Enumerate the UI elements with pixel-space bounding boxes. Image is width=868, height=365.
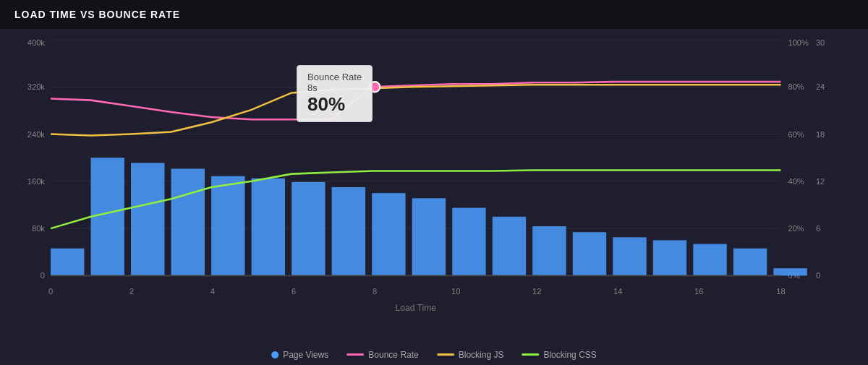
svg-text:24: 24 [816,82,825,91]
svg-text:0: 0 [816,271,820,280]
svg-rect-53 [773,268,807,275]
svg-text:20%: 20% [788,224,804,233]
legend-blocking-css-label: Blocking CSS [543,350,596,360]
main-svg: 0 80k 160k 240k 320k 400k 0% 20% 40% 60%… [51,40,825,320]
svg-rect-45 [452,208,485,276]
svg-text:Load Time: Load Time [395,303,436,313]
svg-text:12: 12 [816,177,825,186]
svg-rect-39 [211,176,244,276]
svg-text:80k: 80k [32,224,45,233]
bounce-rate-icon [346,353,364,356]
title-text: LOAD TIME VS BOUNCE RATE [14,9,180,20]
svg-text:400k: 400k [27,38,45,47]
svg-point-54 [370,82,380,92]
svg-text:30: 30 [816,38,825,47]
svg-rect-37 [131,163,164,275]
legend-blocking-css: Blocking CSS [522,350,596,360]
svg-text:0: 0 [41,271,45,280]
svg-rect-46 [493,217,526,276]
svg-rect-49 [613,237,646,275]
svg-text:6: 6 [816,224,820,233]
svg-text:6: 6 [292,287,296,296]
svg-rect-38 [171,168,205,275]
svg-text:14: 14 [613,287,622,296]
legend-blocking-js-label: Blocking JS [459,350,504,360]
svg-text:10: 10 [451,287,460,296]
svg-rect-44 [412,198,446,275]
svg-text:0: 0 [48,287,53,296]
svg-text:18: 18 [776,287,785,296]
svg-text:100%: 100% [788,38,809,47]
svg-text:4: 4 [210,287,215,296]
svg-text:80%: 80% [788,82,804,91]
chart-title: LOAD TIME VS BOUNCE RATE [0,0,868,29]
svg-text:2: 2 [129,287,134,296]
blocking-js-icon [437,353,454,356]
svg-rect-35 [51,249,84,276]
svg-rect-48 [573,232,606,275]
svg-text:16: 16 [694,287,703,296]
legend-bounce-rate-label: Bounce Rate [368,350,418,360]
svg-rect-51 [693,244,726,276]
svg-rect-52 [733,249,767,276]
svg-text:60%: 60% [788,130,804,139]
svg-rect-40 [252,179,285,276]
blocking-css-icon [522,353,539,356]
svg-text:320k: 320k [27,82,45,91]
svg-rect-47 [532,226,566,275]
legend-page-views: Page Views [271,350,328,360]
svg-text:40%: 40% [788,177,804,186]
svg-rect-50 [653,240,686,275]
legend-blocking-js: Blocking JS [437,350,504,360]
page-views-icon [271,351,278,358]
svg-text:160k: 160k [27,177,45,186]
svg-rect-43 [372,193,405,275]
svg-text:240k: 240k [27,130,45,139]
svg-text:8: 8 [373,287,377,296]
svg-text:18: 18 [816,130,825,139]
svg-rect-42 [332,187,365,275]
chart-body: 0 80k 160k 240k 320k 400k 0% 20% 40% 60%… [0,29,868,365]
svg-text:12: 12 [532,287,541,296]
svg-rect-41 [292,182,325,276]
chart-container: LOAD TIME VS BOUNCE RATE 0 80k 160k 240k… [0,0,868,365]
chart-legend: Page Views Bounce Rate Blocking JS Block… [271,350,597,360]
svg-rect-36 [91,158,124,275]
legend-page-views-label: Page Views [283,350,328,360]
legend-bounce-rate: Bounce Rate [346,350,418,360]
